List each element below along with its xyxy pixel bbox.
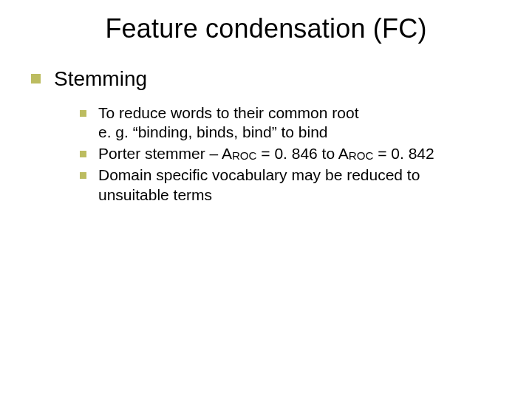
text-line: Domain specific vocabulary may be reduce… — [98, 166, 420, 183]
subscript-text: ROC — [232, 149, 257, 162]
list-item: Porter stemmer – AROC = 0. 846 to AROC =… — [80, 144, 488, 164]
square-bullet-icon — [80, 151, 86, 157]
bullet-text: Porter stemmer – AROC = 0. 846 to AROC =… — [98, 144, 434, 164]
level1-heading: Stemming — [54, 66, 147, 92]
list-item: To reduce words to their common root e. … — [80, 103, 488, 143]
slide-title: Feature condensation (FC) — [0, 0, 532, 66]
level2-list: To reduce words to their common root e. … — [0, 103, 532, 205]
list-item-level1: Stemming — [0, 66, 532, 92]
bullet-text: To reduce words to their common root e. … — [98, 103, 359, 143]
subscript-text: ROC — [349, 149, 374, 162]
text-line: unsuitable terms — [98, 186, 212, 203]
text-line: To reduce words to their common root — [98, 104, 359, 121]
slide: Feature condensation (FC) Stemming To re… — [0, 0, 532, 399]
text-line: e. g. “binding, binds, bind” to bind — [98, 123, 328, 140]
text-fragment: = 0. 842 — [373, 145, 434, 162]
square-bullet-icon — [80, 172, 86, 179]
bullet-text: Domain specific vocabulary may be reduce… — [98, 166, 420, 205]
square-bullet-icon — [80, 110, 86, 117]
text-fragment: = 0. 846 to A — [256, 145, 348, 162]
list-item: Domain specific vocabulary may be reduce… — [80, 166, 488, 205]
square-bullet-icon — [31, 74, 41, 83]
text-fragment: Porter stemmer – A — [98, 145, 232, 162]
